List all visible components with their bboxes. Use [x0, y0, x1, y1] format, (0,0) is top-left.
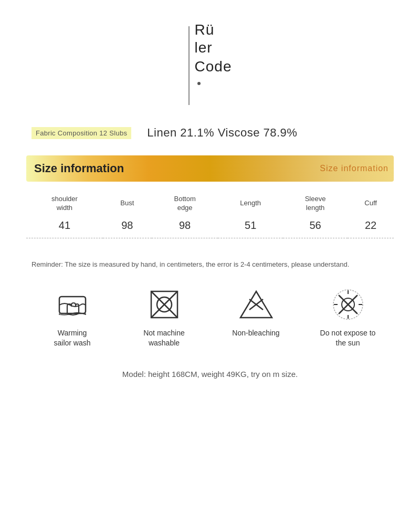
code-text: Code: [195, 56, 232, 77]
care-section: Warmingsailor wash Not machinewashable: [26, 286, 394, 349]
val-bottom: 98: [152, 215, 218, 238]
col-header-shoulder: shoulderwidth: [26, 192, 103, 215]
col-header-bottom: Bottomedge: [152, 192, 218, 215]
no-sun-label: Do not expose tothe sun: [320, 328, 376, 349]
ruler-line2: ler: [195, 39, 232, 57]
size-info-subtitle: Size information: [320, 164, 388, 173]
val-shoulder: 41: [26, 215, 103, 238]
val-cuff: 22: [348, 215, 394, 238]
dot-decoration: [197, 82, 201, 85]
ruler-code-container: Rü ler Code: [188, 21, 232, 105]
val-length: 51: [218, 215, 282, 238]
care-item-no-bleach: Non-bleaching: [219, 286, 293, 339]
fabric-value: Linen 21.1% Viscose 78.9%: [147, 126, 297, 140]
reminder-section: Reminder: The size is measured by hand, …: [32, 259, 388, 270]
warm-wash-icon: [54, 286, 91, 323]
no-bleach-label: Non-bleaching: [232, 328, 279, 339]
fabric-section: Fabric Composition 12 Slubs Linen 21.1% …: [32, 126, 388, 140]
warm-wash-label: Warmingsailor wash: [54, 328, 90, 349]
model-text: Model: height 168CM, weight 49KG, try on…: [122, 370, 298, 379]
table-data-row: 41 98 98 51 56 22: [26, 215, 394, 238]
no-machine-wash-icon: [146, 286, 183, 323]
care-item-no-sun: Do not expose tothe sun: [311, 286, 385, 349]
header-section: Rü ler Code: [0, 21, 420, 105]
vertical-line: [188, 26, 190, 105]
svg-rect-0: [59, 297, 86, 313]
col-header-sleeve: Sleevelength: [283, 192, 348, 215]
fabric-label: Fabric Composition 12 Slubs: [32, 127, 131, 139]
page: Rü ler Code Fabric Composition 12 Slubs …: [0, 0, 420, 525]
care-item-no-machine: Not machinewashable: [128, 286, 201, 349]
ruler-code-text: Rü ler Code: [195, 21, 232, 85]
no-bleach-icon: [238, 286, 275, 323]
no-sun-icon: [330, 286, 366, 323]
care-item-warm-wash: Warmingsailor wash: [36, 286, 109, 349]
val-sleeve: 56: [283, 215, 348, 238]
reminder-text: Reminder: The size is measured by hand, …: [32, 259, 388, 270]
size-table: shoulderwidth Bust Bottomedge Length Sle…: [26, 192, 394, 238]
table-header-row: shoulderwidth Bust Bottomedge Length Sle…: [26, 192, 394, 215]
col-header-length: Length: [218, 192, 282, 215]
col-header-cuff: Cuff: [348, 192, 394, 215]
size-section: Size information Size information should…: [26, 155, 394, 238]
model-section: Model: height 168CM, weight 49KG, try on…: [0, 370, 420, 379]
size-info-title: Size information: [26, 162, 124, 175]
col-header-bust: Bust: [103, 192, 152, 215]
no-machine-wash-label: Not machinewashable: [143, 328, 185, 349]
ruler-line1: Rü: [195, 21, 232, 39]
size-header-bar: Size information Size information: [26, 155, 394, 182]
val-bust: 98: [103, 215, 152, 238]
